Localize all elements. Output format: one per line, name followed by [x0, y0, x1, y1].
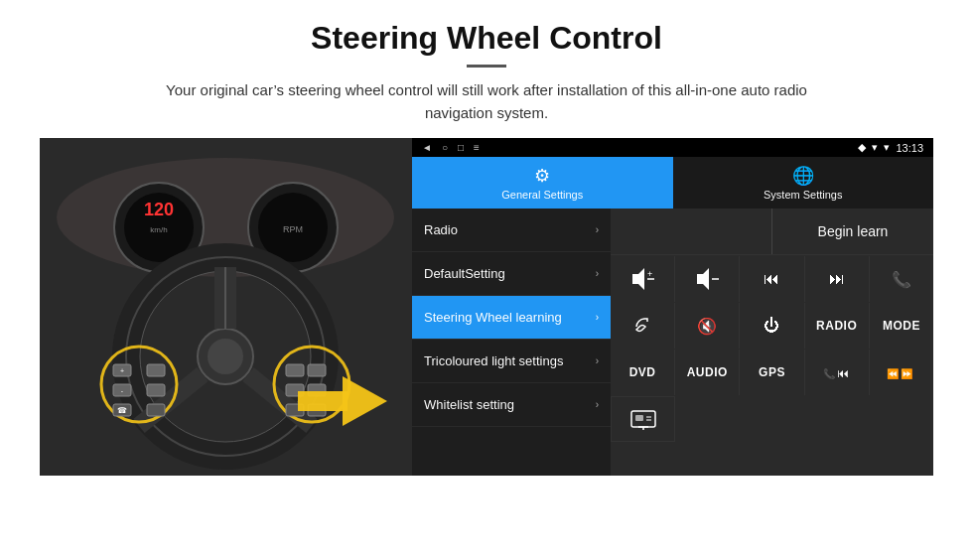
- call-button[interactable]: [611, 303, 674, 349]
- chevron-right-icon: ›: [596, 399, 599, 410]
- home-icon[interactable]: ○: [442, 142, 448, 153]
- svg-text:120: 120: [144, 200, 174, 219]
- page-wrapper: Steering Wheel Control Your original car…: [0, 0, 973, 495]
- right-panel: Begin learn +: [611, 209, 933, 476]
- menu-item-whitelist-label: Whitelist setting: [424, 397, 596, 412]
- menu-item-whitelist[interactable]: Whitelist setting ›: [412, 383, 611, 427]
- location-icon: ◆: [858, 141, 866, 154]
- audio-button[interactable]: AUDIO: [675, 350, 739, 395]
- wifi-icon: ▾: [884, 141, 890, 154]
- power-button[interactable]: ⏻: [740, 303, 803, 349]
- status-bar: ◄ ○ □ ≡ ◆ ▾ ▾ 13:13: [412, 138, 933, 157]
- phone-prev-button[interactable]: 📞 ⏮: [805, 350, 869, 395]
- subtitle: Your original car’s steering wheel contr…: [139, 79, 834, 124]
- svg-rect-36: [298, 391, 348, 411]
- steering-wheel-image: 120 km/h RPM: [40, 138, 412, 476]
- content-area: 120 km/h RPM: [40, 138, 933, 476]
- device-main: Radio › DefaultSetting › Steering Wheel …: [412, 209, 933, 476]
- svg-text:☎: ☎: [117, 406, 127, 415]
- tab-general[interactable]: ⚙ General Settings: [412, 157, 673, 209]
- menu-item-tricoloured-label: Tricoloured light settings: [424, 353, 596, 368]
- svg-point-13: [208, 339, 243, 374]
- recents-icon[interactable]: □: [458, 142, 464, 153]
- vol-up-button[interactable]: +: [611, 256, 674, 302]
- controls-grid-row1: + ⏮ ⏭ 📞: [611, 256, 933, 302]
- last-row: [611, 396, 933, 442]
- globe-icon: 🌐: [792, 165, 814, 187]
- radio-empty-box: [611, 209, 772, 254]
- menu-item-default-label: DefaultSetting: [424, 266, 596, 281]
- title-divider: [467, 65, 506, 68]
- page-title: Steering Wheel Control: [40, 20, 933, 57]
- tab-general-label: General Settings: [501, 189, 583, 201]
- chevron-right-icon: ›: [596, 312, 599, 323]
- next-track-button[interactable]: ⏭: [805, 256, 869, 302]
- mode-button[interactable]: MODE: [870, 303, 933, 349]
- tab-bar: ⚙ General Settings 🌐 System Settings: [412, 157, 933, 209]
- controls-grid-row2: 🔇 ⏻ RADIO MODE: [611, 303, 933, 349]
- screen-icon-button[interactable]: [611, 396, 675, 442]
- svg-rect-26: [147, 364, 165, 376]
- menu-item-radio[interactable]: Radio ›: [412, 209, 611, 252]
- svg-text:📞: 📞: [823, 367, 836, 380]
- svg-text:+: +: [120, 367, 124, 374]
- svg-rect-29: [286, 364, 304, 376]
- svg-rect-32: [308, 364, 326, 376]
- radio-text-button[interactable]: RADIO: [805, 303, 869, 349]
- begin-learn-button[interactable]: Begin learn: [772, 209, 933, 254]
- time-display: 13:13: [896, 142, 923, 154]
- signal-icon: ▾: [872, 141, 878, 154]
- vol-down-button[interactable]: [675, 256, 739, 302]
- tab-system-label: System Settings: [764, 189, 842, 201]
- menu-icon[interactable]: ≡: [474, 142, 480, 153]
- menu-item-radio-label: Radio: [424, 222, 596, 237]
- title-section: Steering Wheel Control Your original car…: [40, 20, 933, 124]
- status-bar-right: ◆ ▾ ▾ 13:13: [858, 141, 923, 154]
- dvd-button[interactable]: DVD: [611, 350, 674, 395]
- skip-combo-button[interactable]: ⏪ ⏩: [870, 350, 933, 395]
- gps-button[interactable]: GPS: [740, 350, 803, 395]
- menu-item-tricoloured[interactable]: Tricoloured light settings ›: [412, 340, 611, 383]
- controls-grid-row3: DVD AUDIO GPS 📞 ⏮ ⏪ ⏩: [611, 350, 933, 395]
- svg-marker-37: [632, 268, 644, 290]
- svg-text:km/h: km/h: [150, 225, 167, 234]
- menu-list: Radio › DefaultSetting › Steering Wheel …: [412, 209, 611, 476]
- gear-icon: ⚙: [534, 165, 550, 187]
- svg-text:⏪: ⏪: [887, 367, 900, 380]
- menu-item-default[interactable]: DefaultSetting ›: [412, 252, 611, 296]
- status-bar-left: ◄ ○ □ ≡: [422, 142, 480, 153]
- svg-text:⏮: ⏮: [837, 366, 849, 380]
- radio-row: Begin learn: [611, 209, 933, 255]
- svg-rect-49: [635, 415, 643, 421]
- svg-marker-40: [697, 268, 709, 290]
- phone-answer-button[interactable]: 📞: [870, 256, 933, 302]
- chevron-right-icon: ›: [596, 224, 599, 235]
- svg-text:+: +: [647, 269, 652, 279]
- back-icon[interactable]: ◄: [422, 142, 432, 153]
- mute-button[interactable]: 🔇: [675, 303, 739, 349]
- menu-item-steering[interactable]: Steering Wheel learning ›: [412, 296, 611, 340]
- chevron-right-icon: ›: [596, 355, 599, 366]
- chevron-right-icon: ›: [596, 268, 599, 279]
- svg-rect-27: [147, 384, 165, 396]
- tab-system[interactable]: 🌐 System Settings: [673, 157, 934, 209]
- svg-text:⏩: ⏩: [901, 367, 913, 380]
- prev-track-button[interactable]: ⏮: [740, 256, 803, 302]
- svg-text:RPM: RPM: [283, 224, 303, 234]
- menu-item-steering-label: Steering Wheel learning: [424, 310, 596, 325]
- svg-rect-28: [147, 404, 165, 416]
- device-ui: ◄ ○ □ ≡ ◆ ▾ ▾ 13:13 ⚙ General Settings: [412, 138, 933, 476]
